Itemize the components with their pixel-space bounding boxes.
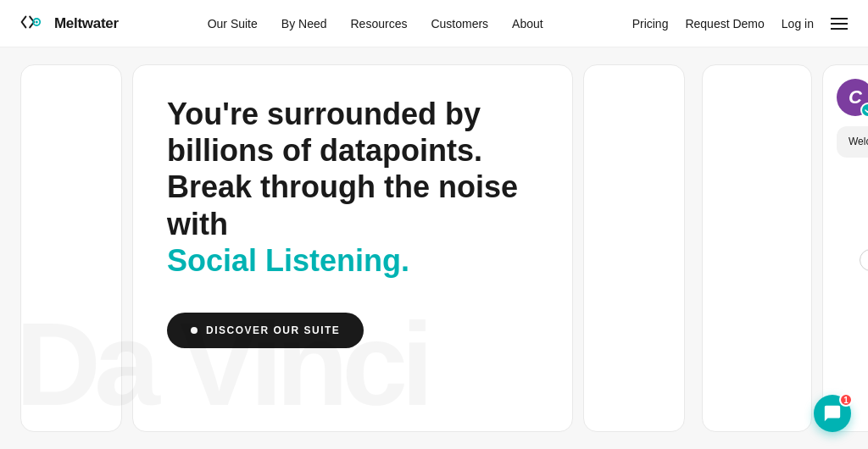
chat-avatar-badge xyxy=(860,103,868,118)
logo-text: Meltwater xyxy=(54,15,119,32)
card-hero: You're surrounded by billions of datapoi… xyxy=(132,64,573,432)
hamburger-menu[interactable] xyxy=(831,18,848,30)
nav-link-our-suite[interactable]: Our Suite xyxy=(208,17,258,30)
nav-request-demo[interactable]: Request Demo xyxy=(685,17,764,30)
card-middle xyxy=(583,64,685,432)
chat-fab[interactable]: 1 xyxy=(814,395,851,432)
nav-pricing[interactable]: Pricing xyxy=(632,17,669,30)
card-left xyxy=(20,64,122,432)
hero-headline: You're surrounded by billions of datapoi… xyxy=(167,96,538,279)
chat-option-3[interactable]: I have a question xyxy=(860,249,868,271)
chat-header: C Meltwater from Meltwater 1d ago xyxy=(837,79,868,116)
nav-right: Pricing Request Demo Log in xyxy=(632,17,848,30)
nav-link-by-need[interactable]: By Need xyxy=(281,17,327,30)
card-right xyxy=(702,64,812,432)
cta-button[interactable]: DISCOVER OUR SUITE xyxy=(167,313,364,348)
chat-card: C Meltwater from Meltwater 1d ago Welcom… xyxy=(822,64,868,432)
hero-highlight: Social Listening. xyxy=(167,243,409,278)
right-section: C Meltwater from Meltwater 1d ago Welcom… xyxy=(702,47,868,449)
navbar: Meltwater Our Suite By Need Resources Cu… xyxy=(0,0,868,47)
nav-links: Our Suite By Need Resources Customers Ab… xyxy=(208,17,543,30)
cards-container: You're surrounded by billions of datapoi… xyxy=(0,47,702,449)
nav-login[interactable]: Log in xyxy=(782,17,814,30)
cta-dot xyxy=(191,327,198,334)
main-content: Da Vinci You're surrounded by billions o… xyxy=(0,47,868,449)
nav-link-about[interactable]: About xyxy=(512,17,543,30)
nav-link-resources[interactable]: Resources xyxy=(351,17,408,30)
hero-text: You're surrounded by billions of datapoi… xyxy=(167,96,538,348)
chat-bubble: Welcome 👋 How can I help you? xyxy=(837,126,868,158)
nav-link-customers[interactable]: Customers xyxy=(431,17,488,30)
svg-point-1 xyxy=(36,20,38,23)
chat-fab-badge: 1 xyxy=(839,393,853,407)
chat-avatar: C xyxy=(837,79,868,116)
chat-options: I want to see Meltwater in action I woul… xyxy=(837,168,868,271)
logo[interactable]: Meltwater xyxy=(20,14,119,34)
logo-icon xyxy=(20,14,47,34)
